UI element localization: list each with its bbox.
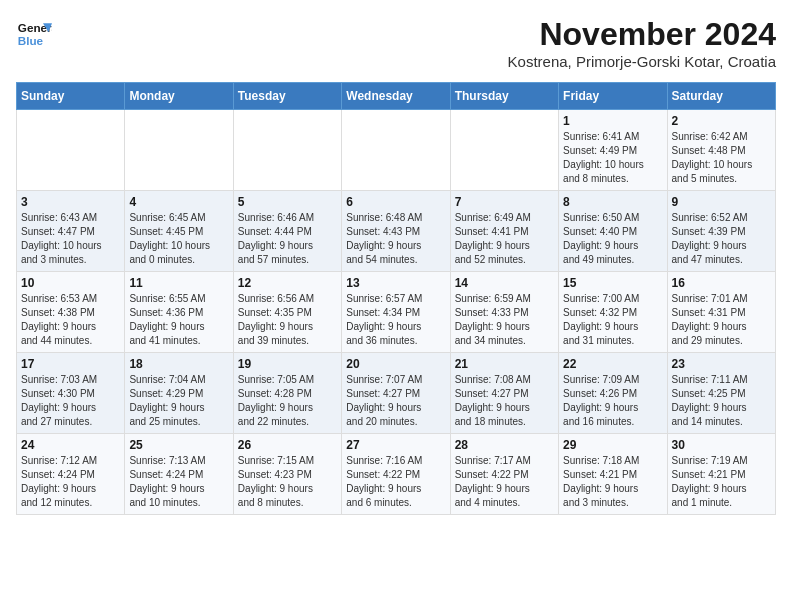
- day-info: Sunrise: 7:15 AM Sunset: 4:23 PM Dayligh…: [238, 454, 337, 510]
- day-info: Sunrise: 6:50 AM Sunset: 4:40 PM Dayligh…: [563, 211, 662, 267]
- calendar-cell: 23Sunrise: 7:11 AM Sunset: 4:25 PM Dayli…: [667, 353, 775, 434]
- day-number: 19: [238, 357, 337, 371]
- day-number: 17: [21, 357, 120, 371]
- day-number: 24: [21, 438, 120, 452]
- day-info: Sunrise: 7:05 AM Sunset: 4:28 PM Dayligh…: [238, 373, 337, 429]
- calendar-week-row: 3Sunrise: 6:43 AM Sunset: 4:47 PM Daylig…: [17, 191, 776, 272]
- calendar-cell: 26Sunrise: 7:15 AM Sunset: 4:23 PM Dayli…: [233, 434, 341, 515]
- day-info: Sunrise: 6:46 AM Sunset: 4:44 PM Dayligh…: [238, 211, 337, 267]
- day-number: 5: [238, 195, 337, 209]
- day-number: 28: [455, 438, 554, 452]
- calendar-week-row: 10Sunrise: 6:53 AM Sunset: 4:38 PM Dayli…: [17, 272, 776, 353]
- weekday-header-wednesday: Wednesday: [342, 83, 450, 110]
- logo-icon: General Blue: [16, 16, 52, 52]
- day-info: Sunrise: 7:09 AM Sunset: 4:26 PM Dayligh…: [563, 373, 662, 429]
- day-info: Sunrise: 7:13 AM Sunset: 4:24 PM Dayligh…: [129, 454, 228, 510]
- day-number: 1: [563, 114, 662, 128]
- day-info: Sunrise: 6:49 AM Sunset: 4:41 PM Dayligh…: [455, 211, 554, 267]
- day-number: 8: [563, 195, 662, 209]
- calendar-cell: 14Sunrise: 6:59 AM Sunset: 4:33 PM Dayli…: [450, 272, 558, 353]
- calendar-cell: [450, 110, 558, 191]
- calendar-header: SundayMondayTuesdayWednesdayThursdayFrid…: [17, 83, 776, 110]
- day-number: 26: [238, 438, 337, 452]
- calendar-cell: [342, 110, 450, 191]
- day-number: 3: [21, 195, 120, 209]
- day-number: 14: [455, 276, 554, 290]
- day-info: Sunrise: 7:00 AM Sunset: 4:32 PM Dayligh…: [563, 292, 662, 348]
- day-info: Sunrise: 6:57 AM Sunset: 4:34 PM Dayligh…: [346, 292, 445, 348]
- day-info: Sunrise: 6:45 AM Sunset: 4:45 PM Dayligh…: [129, 211, 228, 267]
- day-info: Sunrise: 7:07 AM Sunset: 4:27 PM Dayligh…: [346, 373, 445, 429]
- day-info: Sunrise: 7:08 AM Sunset: 4:27 PM Dayligh…: [455, 373, 554, 429]
- calendar-cell: 21Sunrise: 7:08 AM Sunset: 4:27 PM Dayli…: [450, 353, 558, 434]
- calendar-cell: [233, 110, 341, 191]
- calendar-cell: 13Sunrise: 6:57 AM Sunset: 4:34 PM Dayli…: [342, 272, 450, 353]
- calendar-cell: 17Sunrise: 7:03 AM Sunset: 4:30 PM Dayli…: [17, 353, 125, 434]
- calendar-title: November 2024: [508, 16, 776, 53]
- day-number: 30: [672, 438, 771, 452]
- day-number: 18: [129, 357, 228, 371]
- calendar-cell: 28Sunrise: 7:17 AM Sunset: 4:22 PM Dayli…: [450, 434, 558, 515]
- day-info: Sunrise: 6:41 AM Sunset: 4:49 PM Dayligh…: [563, 130, 662, 186]
- svg-text:Blue: Blue: [18, 34, 44, 47]
- day-info: Sunrise: 6:59 AM Sunset: 4:33 PM Dayligh…: [455, 292, 554, 348]
- calendar-cell: 12Sunrise: 6:56 AM Sunset: 4:35 PM Dayli…: [233, 272, 341, 353]
- calendar-cell: 19Sunrise: 7:05 AM Sunset: 4:28 PM Dayli…: [233, 353, 341, 434]
- calendar-cell: 29Sunrise: 7:18 AM Sunset: 4:21 PM Dayli…: [559, 434, 667, 515]
- calendar-cell: 18Sunrise: 7:04 AM Sunset: 4:29 PM Dayli…: [125, 353, 233, 434]
- day-info: Sunrise: 7:16 AM Sunset: 4:22 PM Dayligh…: [346, 454, 445, 510]
- day-number: 22: [563, 357, 662, 371]
- calendar-subtitle: Kostrena, Primorje-Gorski Kotar, Croatia: [508, 53, 776, 70]
- calendar-cell: 11Sunrise: 6:55 AM Sunset: 4:36 PM Dayli…: [125, 272, 233, 353]
- day-info: Sunrise: 6:52 AM Sunset: 4:39 PM Dayligh…: [672, 211, 771, 267]
- day-number: 2: [672, 114, 771, 128]
- calendar-cell: 5Sunrise: 6:46 AM Sunset: 4:44 PM Daylig…: [233, 191, 341, 272]
- day-info: Sunrise: 7:03 AM Sunset: 4:30 PM Dayligh…: [21, 373, 120, 429]
- calendar-cell: 24Sunrise: 7:12 AM Sunset: 4:24 PM Dayli…: [17, 434, 125, 515]
- calendar-cell: 1Sunrise: 6:41 AM Sunset: 4:49 PM Daylig…: [559, 110, 667, 191]
- day-info: Sunrise: 6:55 AM Sunset: 4:36 PM Dayligh…: [129, 292, 228, 348]
- calendar-cell: 6Sunrise: 6:48 AM Sunset: 4:43 PM Daylig…: [342, 191, 450, 272]
- day-number: 10: [21, 276, 120, 290]
- calendar-table: SundayMondayTuesdayWednesdayThursdayFrid…: [16, 82, 776, 515]
- weekday-header-tuesday: Tuesday: [233, 83, 341, 110]
- day-info: Sunrise: 6:43 AM Sunset: 4:47 PM Dayligh…: [21, 211, 120, 267]
- day-number: 7: [455, 195, 554, 209]
- header: General Blue November 2024 Kostrena, Pri…: [16, 16, 776, 70]
- calendar-week-row: 17Sunrise: 7:03 AM Sunset: 4:30 PM Dayli…: [17, 353, 776, 434]
- calendar-cell: 4Sunrise: 6:45 AM Sunset: 4:45 PM Daylig…: [125, 191, 233, 272]
- day-number: 11: [129, 276, 228, 290]
- calendar-cell: 22Sunrise: 7:09 AM Sunset: 4:26 PM Dayli…: [559, 353, 667, 434]
- calendar-cell: 20Sunrise: 7:07 AM Sunset: 4:27 PM Dayli…: [342, 353, 450, 434]
- day-number: 27: [346, 438, 445, 452]
- day-number: 12: [238, 276, 337, 290]
- day-number: 20: [346, 357, 445, 371]
- day-info: Sunrise: 6:56 AM Sunset: 4:35 PM Dayligh…: [238, 292, 337, 348]
- day-info: Sunrise: 7:04 AM Sunset: 4:29 PM Dayligh…: [129, 373, 228, 429]
- day-number: 23: [672, 357, 771, 371]
- calendar-cell: 27Sunrise: 7:16 AM Sunset: 4:22 PM Dayli…: [342, 434, 450, 515]
- calendar-week-row: 1Sunrise: 6:41 AM Sunset: 4:49 PM Daylig…: [17, 110, 776, 191]
- weekday-header-thursday: Thursday: [450, 83, 558, 110]
- day-info: Sunrise: 7:01 AM Sunset: 4:31 PM Dayligh…: [672, 292, 771, 348]
- day-info: Sunrise: 6:53 AM Sunset: 4:38 PM Dayligh…: [21, 292, 120, 348]
- calendar-cell: 3Sunrise: 6:43 AM Sunset: 4:47 PM Daylig…: [17, 191, 125, 272]
- day-info: Sunrise: 7:19 AM Sunset: 4:21 PM Dayligh…: [672, 454, 771, 510]
- weekday-header-monday: Monday: [125, 83, 233, 110]
- day-number: 15: [563, 276, 662, 290]
- calendar-cell: 15Sunrise: 7:00 AM Sunset: 4:32 PM Dayli…: [559, 272, 667, 353]
- calendar-week-row: 24Sunrise: 7:12 AM Sunset: 4:24 PM Dayli…: [17, 434, 776, 515]
- weekday-header-friday: Friday: [559, 83, 667, 110]
- day-number: 16: [672, 276, 771, 290]
- calendar-cell: 30Sunrise: 7:19 AM Sunset: 4:21 PM Dayli…: [667, 434, 775, 515]
- calendar-cell: [125, 110, 233, 191]
- calendar-body: 1Sunrise: 6:41 AM Sunset: 4:49 PM Daylig…: [17, 110, 776, 515]
- day-info: Sunrise: 7:11 AM Sunset: 4:25 PM Dayligh…: [672, 373, 771, 429]
- calendar-cell: 8Sunrise: 6:50 AM Sunset: 4:40 PM Daylig…: [559, 191, 667, 272]
- day-info: Sunrise: 6:48 AM Sunset: 4:43 PM Dayligh…: [346, 211, 445, 267]
- day-number: 29: [563, 438, 662, 452]
- day-info: Sunrise: 7:17 AM Sunset: 4:22 PM Dayligh…: [455, 454, 554, 510]
- calendar-cell: 7Sunrise: 6:49 AM Sunset: 4:41 PM Daylig…: [450, 191, 558, 272]
- calendar-cell: 10Sunrise: 6:53 AM Sunset: 4:38 PM Dayli…: [17, 272, 125, 353]
- calendar-cell: 25Sunrise: 7:13 AM Sunset: 4:24 PM Dayli…: [125, 434, 233, 515]
